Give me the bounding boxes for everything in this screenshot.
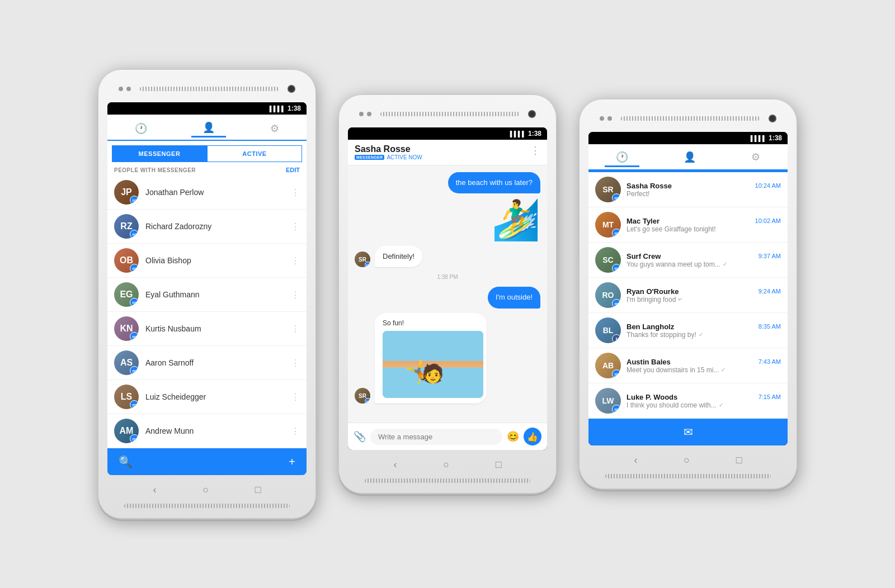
preview-mac: Let's go see Giraffage tonight! — [626, 225, 781, 233]
time-sasha: 10:24 AM — [755, 182, 781, 189]
bottom-bar-1: 🔍 + — [107, 448, 307, 475]
app-tabs-1: 🕐 👤 ⚙ — [107, 115, 307, 141]
preview-luke: I think you should come with... ✓ — [626, 401, 781, 409]
photo-caption: So fun! — [383, 319, 479, 328]
back-button-2[interactable]: ‹ — [393, 459, 397, 471]
app-content-1: 🕐 👤 ⚙ MESSENGER ACTIVE PEOPLE WITH MESSE… — [107, 115, 307, 475]
msg-item-luke[interactable]: LW m Luke P. Woods 7:15 AM I think you s… — [588, 383, 788, 419]
preview-sasha: Perfect! — [626, 190, 781, 198]
search-icon[interactable]: 🔍 — [119, 455, 133, 468]
signal-3: ▌▌▌▌ — [751, 135, 766, 141]
time-luke: 7:15 AM — [759, 393, 781, 400]
recent-button-3[interactable]: □ — [736, 454, 742, 466]
msg-item-ben[interactable]: BL f Ben Langholz 8:35 AM Thanks for sto… — [588, 313, 788, 348]
screen-2: ▌▌▌▌ 1:38 Sasha Rosse MESSENGER ACTIVE N… — [348, 127, 547, 450]
sticker: 🏄‍♂️ — [492, 200, 540, 239]
contact-item-aaron[interactable]: ASm Aaron Sarnoff ⋮ — [107, 346, 307, 380]
chat-header: Sasha Rosse MESSENGER ACTIVE NOW ⋮ — [348, 140, 547, 165]
android-nav-2: ‹ ○ □ — [348, 456, 547, 474]
more-richard[interactable]: ⋮ — [291, 221, 300, 232]
section-label: PEOPLE WITH MESSENGER — [114, 167, 196, 173]
active-tab[interactable]: ACTIVE — [207, 145, 302, 162]
chat-contact-name: Sasha Rosse — [355, 144, 422, 154]
recent-button-2[interactable]: □ — [496, 459, 502, 471]
signal-1: ▌▌▌▌ — [270, 106, 285, 112]
tab-recent[interactable]: 🕐 — [605, 149, 639, 167]
msg-top-austin: Austin Bales 7:43 AM — [626, 358, 781, 366]
content-surf: Surf Crew 9:37 AM You guys wanna meet up… — [626, 252, 781, 268]
messenger-tab[interactable]: MESSENGER — [112, 145, 207, 162]
status-bar-3: ▌▌▌▌ 1:38 — [588, 132, 788, 144]
recent-button-1[interactable]: □ — [255, 484, 261, 496]
sender-ben: Ben Langholz — [626, 323, 674, 331]
chat-more-button[interactable]: ⋮ — [530, 144, 540, 157]
tab-people[interactable]: 👤 — [672, 149, 707, 167]
avatar-austin: AB m — [595, 353, 621, 378]
more-luiz[interactable]: ⋮ — [291, 392, 300, 402]
messenger-badge-jonathan: m — [130, 196, 139, 205]
more-aaron[interactable]: ⋮ — [291, 358, 300, 368]
camera-3 — [769, 115, 776, 122]
chat-messages: the beach with us later? 🏄‍♂️ SR m Defin… — [348, 165, 547, 423]
messenger-badge-andrew: m — [130, 434, 139, 443]
avatar-aaron: ASm — [114, 350, 139, 375]
msg-item-mac[interactable]: MT m Mac Tyler 10:02 AM Let's go see Gir… — [588, 207, 788, 243]
back-button-3[interactable]: ‹ — [634, 454, 637, 466]
emoji-icon[interactable]: 😊 — [507, 430, 519, 443]
contact-item-richard[interactable]: RZm Richard Zadorozny ⋮ — [107, 210, 307, 244]
messenger-badge-olivia: m — [130, 264, 139, 273]
more-eyal[interactable]: ⋮ — [291, 290, 300, 300]
attach-icon[interactable]: 📎 — [354, 430, 366, 443]
back-button-1[interactable]: ‹ — [153, 484, 156, 496]
tab-contacts[interactable]: 👤 — [191, 119, 226, 137]
more-jonathan[interactable]: ⋮ — [291, 187, 300, 198]
avatar-olivia: OBm — [114, 248, 139, 273]
avatar-luke: LW m — [595, 388, 621, 414]
bottom-grille-1 — [124, 504, 290, 508]
home-button-1[interactable]: ○ — [202, 484, 209, 496]
tab-settings-3[interactable]: ⚙ — [740, 149, 771, 167]
status-bar-2: ▌▌▌▌ 1:38 — [348, 127, 547, 140]
msg-item-surf[interactable]: SC m Surf Crew 9:37 AM You guys wanna me… — [588, 243, 788, 278]
home-button-2[interactable]: ○ — [443, 459, 449, 471]
message-input[interactable] — [370, 429, 502, 445]
contact-item-andrew[interactable]: AMm Andrew Munn ⋮ — [107, 414, 307, 448]
more-olivia[interactable]: ⋮ — [291, 255, 300, 266]
edit-button[interactable]: EDIT — [286, 167, 300, 173]
contact-item-olivia[interactable]: OBm Olivia Bishop ⋮ — [107, 244, 307, 278]
content-ben: Ben Langholz 8:35 AM Thanks for stopping… — [626, 323, 781, 339]
msg-avatar-sasha-2: SR m — [355, 388, 370, 404]
chat-messenger-badge: MESSENGER — [355, 155, 384, 160]
content-ryan: Ryan O'Rourke 9:24 AM I'm bringing food … — [626, 287, 781, 304]
signal-2: ▌▌▌▌ — [510, 131, 526, 137]
contact-item-jonathan[interactable]: JPm Jonathan Perlow ⋮ — [107, 176, 307, 210]
tab-settings[interactable]: ⚙ — [259, 120, 290, 137]
home-button-3[interactable]: ○ — [684, 454, 690, 466]
msg-list-tabs: 🕐 👤 ⚙ — [588, 144, 788, 170]
bottom-grille-2 — [365, 478, 530, 483]
name-eyal: Eyal Guthmann — [145, 290, 291, 299]
more-kurtis[interactable]: ⋮ — [291, 324, 300, 334]
contact-item-luiz[interactable]: LSm Luiz Scheidegger ⋮ — [107, 380, 307, 414]
badge-mac: m — [612, 229, 621, 238]
name-richard: Richard Zadorozny — [145, 222, 291, 231]
more-andrew[interactable]: ⋮ — [291, 426, 300, 437]
contact-item-eyal[interactable]: EGm Eyal Guthmann ⋮ — [107, 278, 307, 312]
avatar-ryan: RO m — [595, 282, 621, 308]
msg-item-ryan[interactable]: RO m Ryan O'Rourke 9:24 AM I'm bringing … — [588, 278, 788, 313]
badge-surf: m — [612, 264, 621, 273]
dot-3 — [359, 112, 364, 116]
chat-contact-status: MESSENGER ACTIVE NOW — [355, 154, 422, 160]
compose-icon[interactable]: ✉ — [684, 425, 693, 439]
msg-item-sasha[interactable]: SR m Sasha Rosse 10:24 AM Perfect! — [588, 172, 788, 207]
contact-item-kurtis[interactable]: KNm Kurtis Nusbaum ⋮ — [107, 312, 307, 346]
add-icon[interactable]: + — [289, 456, 295, 468]
msg-top-ben: Ben Langholz 8:35 AM — [626, 323, 781, 331]
like-button[interactable]: 👍 — [524, 428, 541, 445]
sender-ryan: Ryan O'Rourke — [626, 287, 679, 296]
msg-item-austin[interactable]: AB m Austin Bales 7:43 AM Meet you downs… — [588, 348, 788, 383]
name-luiz: Luiz Scheidegger — [145, 392, 291, 401]
tab-history[interactable]: 🕐 — [124, 120, 158, 137]
msg-avatar-sasha: SR m — [355, 252, 370, 267]
preview-austin: Meet you downstairs in 15 mi... ✓ — [626, 366, 781, 374]
